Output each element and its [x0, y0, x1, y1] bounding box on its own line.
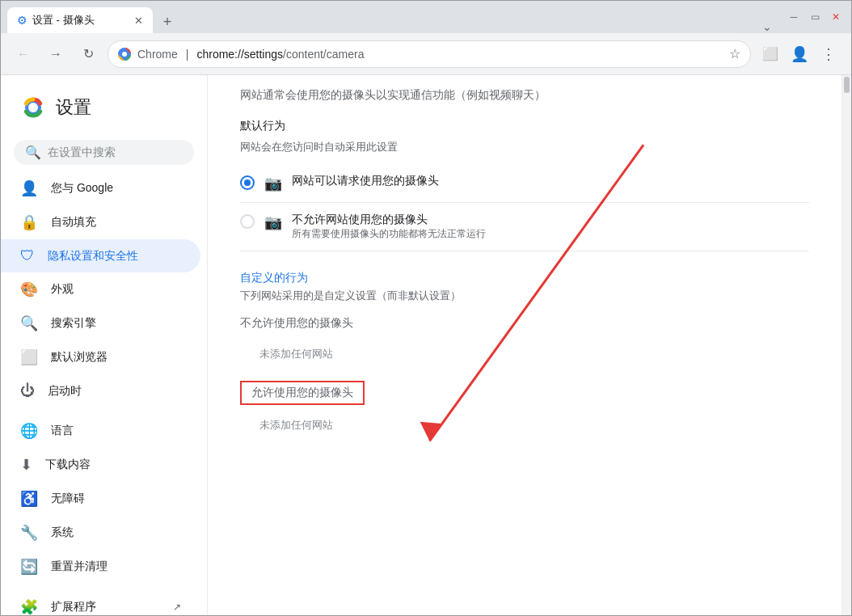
page-intro-text: 网站通常会使用您的摄像头以实现通信功能（例如视频聊天） — [240, 88, 809, 103]
close-tab-icon[interactable]: ✕ — [134, 15, 143, 27]
right-scrollbar[interactable] — [841, 75, 851, 615]
back-button[interactable]: ← — [11, 41, 36, 67]
bookmark-icon[interactable]: ☆ — [729, 46, 740, 61]
shield-icon: 🛡 — [20, 247, 35, 264]
gear-icon: ⚙ — [17, 14, 27, 27]
allow-camera-option[interactable]: 📷 网站可以请求使用您的摄像头 — [240, 164, 809, 203]
sidebar-item-downloads[interactable]: ⬇ 下载内容 — [1, 448, 200, 482]
sidebar-label-google: 您与 Google — [51, 181, 113, 196]
sidebar-label-privacy: 隐私设置和安全性 — [48, 249, 138, 264]
svg-point-1 — [122, 52, 127, 57]
block-camera-option[interactable]: 📷 不允许网站使用您的摄像头 所有需要使用摄像头的功能都将无法正常运行 — [240, 203, 809, 251]
sidebar-label-appearance: 外观 — [51, 282, 74, 297]
sidebar-item-language[interactable]: 🌐 语言 — [1, 414, 200, 448]
maximize-button[interactable]: ▭ — [806, 8, 824, 26]
palette-icon: 🎨 — [20, 281, 38, 298]
sidebar-label-downloads: 下载内容 — [45, 458, 91, 472]
settings-content-area: 网站通常会使用您的摄像头以实现通信功能（例如视频聊天） 默认行为 网站会在您访问… — [208, 75, 841, 615]
video-camera-icon: 📷 — [264, 175, 282, 192]
sidebar-item-startup[interactable]: ⏻ 启动时 — [1, 374, 200, 407]
address-url: chrome://settings/content/camera — [196, 48, 364, 61]
sidebar: 设置 🔍 在设置中搜索 👤 您与 Google 🔒 自动填充 🛡 隐私设置和 — [1, 75, 208, 615]
sidebar-item-system[interactable]: 🔧 系统 — [1, 516, 200, 550]
minimize-button[interactable]: ─ — [785, 8, 803, 26]
account-icon[interactable]: 👤 — [787, 41, 812, 67]
default-behavior-heading: 默认行为 — [240, 119, 809, 133]
sidebar-label-startup: 启动时 — [48, 384, 82, 399]
lock-icon: 🔒 — [20, 213, 38, 231]
address-bar[interactable]: Chrome | chrome://settings/content/camer… — [108, 40, 751, 68]
sidebar-label-autofill: 自动填充 — [51, 215, 96, 230]
addressbar-actions: ⬜ 👤 ⋮ — [757, 41, 841, 67]
block-subsection-title: 不允许使用您的摄像头 — [240, 316, 809, 331]
camera-blocked-icon: 📷 — [264, 213, 282, 231]
active-tab[interactable]: ⚙ 设置 - 摄像头 ✕ — [7, 7, 153, 33]
radio-block[interactable] — [240, 214, 255, 229]
sidebar-label-accessibility: 无障碍 — [51, 492, 85, 506]
sidebar-item-autofill[interactable]: 🔒 自动填充 — [1, 205, 200, 239]
sidebar-label-search: 搜索引擎 — [51, 316, 96, 331]
block-camera-subtitle: 所有需要使用摄像头的功能都将无法正常运行 — [292, 227, 809, 241]
sidebar-search-wrap: 🔍 在设置中搜索 — [1, 133, 207, 171]
more-menu-button[interactable]: ⋮ — [816, 41, 841, 67]
puzzle-icon: 🧩 — [20, 598, 38, 615]
tab-dropdown-icon[interactable]: ⌄ — [762, 20, 772, 33]
tab-strip: ⚙ 设置 - 摄像头 ✕ + ⌄ — [7, 1, 778, 33]
sidebar-item-google[interactable]: 👤 您与 Google — [1, 171, 200, 205]
sidebar-item-accessibility[interactable]: ♿ 无障碍 — [1, 482, 200, 516]
forward-button[interactable]: → — [43, 41, 69, 67]
allow-subsection: 允许使用您的摄像头 未添加任何网站 — [240, 378, 809, 442]
address-domain: chrome://settings — [196, 48, 283, 61]
addressbar: ← → ↻ Chrome | chrome://settings/content… — [1, 33, 851, 75]
sidebar-label-extensions: 扩展程序 — [51, 600, 96, 614]
window-controls: ─ ▭ ✕ — [785, 8, 845, 26]
sidebar-label-language: 语言 — [51, 424, 74, 438]
accessibility-icon: ♿ — [20, 490, 38, 508]
power-icon: ⏻ — [20, 382, 35, 399]
allow-empty-state: 未添加任何网站 — [240, 408, 809, 442]
custom-section: 自定义的行为 下列网站采用的是自定义设置（而非默认设置） 不允许使用您的摄像头 … — [240, 271, 809, 442]
svg-point-4 — [28, 103, 38, 112]
download-icon: ⬇ — [20, 456, 32, 474]
sidebar-item-privacy[interactable]: 🛡 隐私设置和安全性 — [1, 239, 200, 272]
sidebar-item-search[interactable]: 🔍 搜索引擎 — [1, 306, 200, 340]
sidebar-search-icon: 🔍 — [25, 145, 41, 160]
custom-desc-text: 下列网站采用的是自定义设置（而非默认设置） — [240, 289, 461, 302]
radio-allow[interactable] — [240, 175, 255, 190]
sidebar-header: 设置 — [1, 82, 207, 133]
allow-subsection-title: 允许使用您的摄像头 — [251, 386, 353, 400]
allow-camera-text: 网站可以请求使用您的摄像头 — [292, 174, 809, 188]
block-subsection: 不允许使用您的摄像头 未添加任何网站 — [240, 316, 809, 371]
globe-icon: 🌐 — [20, 422, 38, 440]
address-path: /content/camera — [283, 48, 364, 61]
cast-icon[interactable]: ⬜ — [757, 41, 783, 67]
browser-icon: ⬜ — [20, 348, 38, 366]
sidebar-item-browser[interactable]: ⬜ 默认浏览器 — [1, 340, 200, 374]
address-separator: | — [186, 48, 189, 61]
custom-desc: 下列网站采用的是自定义设置（而非默认设置） — [240, 289, 809, 303]
sidebar-search-placeholder[interactable]: 在设置中搜索 — [48, 146, 116, 160]
reload-button[interactable]: ↻ — [75, 41, 101, 67]
sidebar-item-extensions[interactable]: 🧩 扩展程序 ↗ — [1, 590, 200, 615]
tab-label: 设置 - 摄像头 — [32, 13, 95, 27]
block-camera-title: 不允许网站使用您的摄像头 — [292, 213, 809, 227]
new-tab-button[interactable]: + — [156, 11, 179, 33]
site-favicon — [118, 48, 131, 61]
sidebar-label-browser: 默认浏览器 — [51, 350, 108, 365]
sidebar-item-reset[interactable]: 🔄 重置并清理 — [1, 550, 200, 584]
sidebar-label-reset: 重置并清理 — [51, 559, 108, 574]
address-brand: Chrome — [137, 48, 178, 61]
block-camera-text: 不允许网站使用您的摄像头 所有需要使用摄像头的功能都将无法正常运行 — [292, 213, 809, 241]
close-button[interactable]: ✕ — [827, 8, 845, 26]
allow-camera-title: 网站可以请求使用您的摄像头 — [292, 174, 809, 188]
default-behavior-desc: 网站会在您访问时自动采用此设置 — [240, 140, 809, 154]
block-empty-state: 未添加任何网站 — [240, 337, 809, 371]
chrome-logo — [20, 95, 46, 120]
settings-scroll-area: 网站通常会使用您的摄像头以实现通信功能（例如视频聊天） 默认行为 网站会在您访问… — [208, 75, 841, 615]
main-layout: 设置 🔍 在设置中搜索 👤 您与 Google 🔒 自动填充 🛡 隐私设置和 — [1, 75, 851, 615]
titlebar: ⚙ 设置 - 摄像头 ✕ + ⌄ ─ ▭ ✕ — [1, 1, 851, 33]
wrench-icon: 🔧 — [20, 524, 38, 542]
sidebar-item-appearance[interactable]: 🎨 外观 — [1, 272, 200, 306]
sidebar-label-system: 系统 — [51, 525, 74, 540]
settings-title: 设置 — [56, 95, 91, 120]
